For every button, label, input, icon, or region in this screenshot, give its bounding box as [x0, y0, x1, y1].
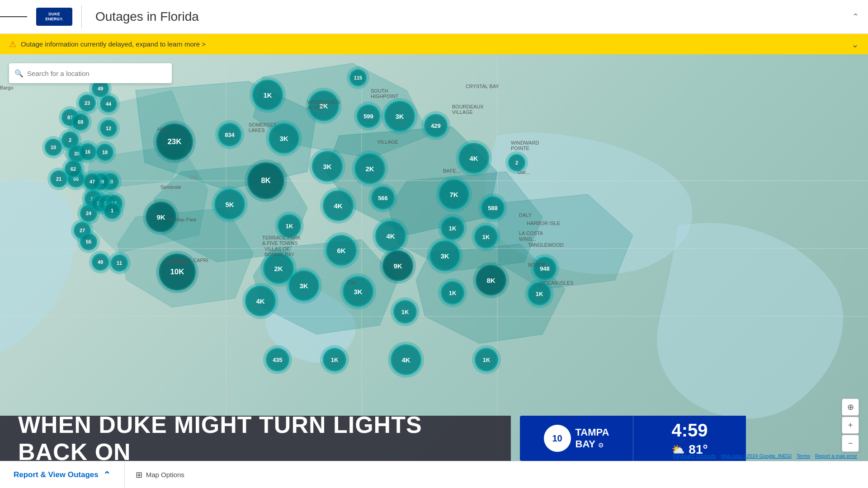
cluster-11[interactable]: 11	[111, 254, 128, 272]
cluster-435[interactable]: 435	[266, 348, 289, 371]
cluster-2k-2[interactable]: 2K	[354, 153, 385, 184]
search-box[interactable]: 🔍	[9, 63, 172, 83]
map-credits: Keyboard shortcuts Map data ©2024 Google…	[671, 453, 859, 459]
locate-button[interactable]: ⊕	[842, 399, 859, 416]
cluster-small-5[interactable]: 16	[79, 143, 96, 160]
cluster-1k-1[interactable]: 1K	[252, 80, 283, 110]
map-data-credit: Map data ©2024 Google, INEGI	[721, 453, 792, 459]
cluster-429[interactable]: 429	[424, 114, 448, 137]
cluster-1k-7[interactable]: 1K	[393, 300, 417, 324]
cluster-1k-4[interactable]: 1K	[474, 225, 498, 249]
map-options-button[interactable]: ⊞ Map Options	[125, 461, 195, 488]
cluster-55[interactable]: 55	[80, 233, 97, 250]
report-view-outages-button[interactable]: Report & View Outages ⌃	[0, 461, 125, 488]
cluster-948[interactable]: 948	[533, 257, 557, 280]
cluster-4k-4[interactable]: 4K	[245, 286, 276, 316]
logo-area: DUKEENERGY.	[27, 5, 82, 28]
cluster-834[interactable]: 834	[218, 123, 241, 146]
cluster-2[interactable]: 2	[508, 154, 525, 171]
report-label: Report & View Outages	[14, 470, 99, 479]
report-error-link[interactable]: Report a map error	[815, 453, 857, 459]
search-input[interactable]	[27, 70, 166, 77]
time-display: 4:59	[671, 420, 708, 441]
zoom-in-button[interactable]: +	[842, 417, 859, 434]
news-banner: WHEN DUKE MIGHT TURN LIGHTS BACK ON	[0, 416, 511, 461]
cluster-4k-2[interactable]: 4K	[323, 190, 354, 221]
cluster-1k-3[interactable]: 1K	[441, 216, 464, 240]
cluster-small-16[interactable]: 1	[104, 202, 121, 219]
cluster-1k-8[interactable]: 1K	[323, 348, 346, 371]
channel-number: 10	[544, 425, 571, 452]
cluster-1k-6[interactable]: 1K	[528, 282, 551, 305]
cluster-599[interactable]: 599	[357, 104, 380, 128]
cluster-1k-5[interactable]: 1K	[441, 281, 464, 305]
menu-button[interactable]	[0, 0, 27, 34]
cluster-23k[interactable]: 23K	[156, 123, 193, 160]
cluster-10k[interactable]: 10K	[159, 253, 196, 291]
bottom-bar: Report & View Outages ⌃ ⊞ Map Options	[0, 461, 868, 488]
keyboard-shortcuts-link[interactable]: Keyboard shortcuts	[673, 453, 716, 459]
news-text: WHEN DUKE MIGHT TURN LIGHTS BACK ON	[18, 411, 493, 465]
tampa-bay-logo: 10 TAMPABAY ⊙	[520, 416, 633, 461]
cluster-1k-9[interactable]: 1K	[475, 348, 498, 371]
search-icon: 🔍	[14, 69, 24, 78]
page-title: Outages in Florida	[95, 9, 199, 24]
alert-text: Outage information currently delayed, ex…	[21, 40, 851, 48]
terms-link[interactable]: Terms	[797, 453, 810, 459]
cluster-small-6[interactable]: 18	[96, 144, 113, 161]
alert-expand-icon[interactable]: ⌄	[851, 39, 859, 50]
cluster-3k-4[interactable]: 3K	[429, 240, 460, 271]
cluster-21[interactable]: 21	[50, 170, 67, 188]
cluster-9k-2[interactable]: 9K	[382, 250, 413, 281]
header: DUKEENERGY. Outages in Florida ⌃	[0, 0, 868, 34]
duke-energy-logo[interactable]: DUKEENERGY.	[36, 8, 72, 26]
cluster-small-7[interactable]: 12	[100, 120, 117, 137]
cluster-588[interactable]: 588	[481, 196, 505, 220]
cluster-44[interactable]: 44	[100, 95, 117, 113]
map-controls: ⊕ + −	[842, 399, 859, 452]
chevron-up-icon: ⌃	[103, 469, 111, 480]
cluster-3k-5[interactable]: 3K	[288, 270, 319, 301]
cluster-4k-5[interactable]: 4K	[391, 344, 421, 375]
cluster-6k[interactable]: 6K	[326, 235, 357, 266]
alert-icon: ⚠	[9, 39, 16, 49]
collapse-button[interactable]: ⌃	[852, 12, 859, 22]
cluster-8k-1[interactable]: 8K	[247, 162, 284, 199]
zoom-out-button[interactable]: −	[842, 435, 859, 452]
cluster-8k-2[interactable]: 8K	[476, 265, 506, 296]
station-name: TAMPABAY ⊙	[576, 427, 609, 450]
cluster-4k-3[interactable]: 4K	[375, 221, 406, 251]
cluster-3k-2[interactable]: 3K	[269, 123, 299, 154]
cluster-566[interactable]: 566	[371, 186, 395, 210]
cluster-7k[interactable]: 7K	[439, 179, 469, 210]
cluster-9k-1[interactable]: 9K	[146, 202, 176, 232]
cluster-small-2[interactable]: 69	[72, 113, 89, 131]
cluster-1k-2[interactable]: 1K	[278, 214, 301, 238]
cluster-115[interactable]: 115	[349, 69, 367, 86]
cluster-small-11[interactable]: 47	[84, 173, 101, 190]
cluster-3k-1[interactable]: 3K	[384, 101, 415, 131]
layers-icon: ⊞	[136, 470, 142, 480]
cluster-10[interactable]: 10	[45, 139, 62, 156]
alert-bar[interactable]: ⚠ Outage information currently delayed, …	[0, 34, 868, 54]
cluster-2k-1[interactable]: 2K	[308, 90, 339, 121]
cluster-3k-6[interactable]: 3K	[343, 276, 373, 307]
cluster-4k-1[interactable]: 4K	[458, 143, 489, 174]
cluster-3k-3[interactable]: 3K	[312, 151, 343, 182]
cluster-49-2[interactable]: 49	[92, 253, 109, 271]
map-options-label: Map Options	[146, 471, 184, 479]
cluster-5k[interactable]: 5K	[214, 189, 245, 220]
cluster-small-8[interactable]: 62	[65, 160, 82, 178]
cluster-23[interactable]: 23	[79, 94, 96, 112]
